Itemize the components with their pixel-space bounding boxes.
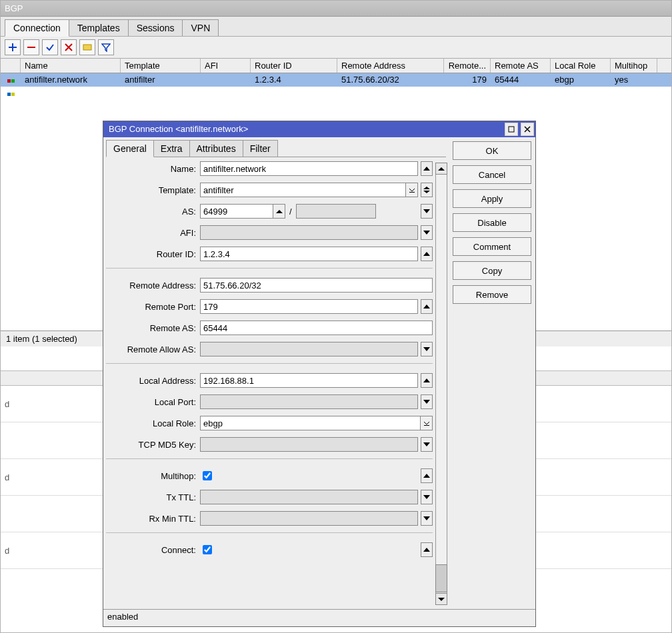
label-tx-ttl: Tx TTL: [106, 492, 196, 502]
dialog-form: Name: Template: AS: [106, 161, 446, 557]
remote-port-field[interactable] [200, 299, 418, 314]
label-template: Template: [106, 185, 196, 195]
remove-button[interactable]: Remove [453, 285, 531, 304]
remove-button[interactable] [23, 39, 39, 55]
local-address-field[interactable] [200, 373, 418, 388]
close-icon[interactable] [521, 123, 534, 136]
cell-name: antifilter.network [21, 73, 121, 87]
expand-icon[interactable] [421, 490, 433, 504]
svg-rect-6 [424, 425, 429, 426]
tcp-md5-key-field[interactable] [200, 437, 418, 452]
grid-header-flags[interactable] [1, 59, 21, 73]
label-local-role: Local Role: [106, 418, 196, 428]
dialog-status: enabled [103, 609, 535, 625]
label-connect: Connect: [106, 545, 196, 555]
collapse-icon[interactable] [421, 542, 433, 557]
table-row[interactable]: antifilter.network antifilter 1.2.3.4 51… [1, 73, 671, 87]
multihop-checkbox[interactable] [203, 471, 212, 480]
column-router-id[interactable]: Router ID [251, 59, 337, 73]
expand-icon[interactable] [421, 204, 433, 219]
column-afi[interactable]: AFI [201, 59, 251, 73]
dialog-tab-extra[interactable]: Extra [153, 140, 190, 157]
restore-icon[interactable] [505, 123, 518, 136]
row-icon [1, 73, 21, 87]
template-field[interactable] [200, 183, 406, 197]
label-remote-address: Remote Address: [106, 281, 196, 291]
local-role-field[interactable] [200, 416, 421, 430]
window-title: BGP [5, 3, 23, 13]
rx-min-ttl-field[interactable] [200, 511, 418, 526]
form-scrollbar[interactable] [435, 163, 447, 605]
label-multihop: Multihop: [106, 471, 196, 481]
router-id-field[interactable] [200, 247, 418, 261]
dialog-tab-attributes[interactable]: Attributes [189, 140, 243, 157]
expand-icon[interactable] [421, 225, 433, 240]
remote-as-field[interactable] [200, 320, 433, 335]
column-multihop[interactable]: Multihop [611, 59, 657, 73]
dialog-title: BGP Connection <antifilter.network> [109, 121, 248, 137]
dropdown-icon[interactable] [406, 183, 418, 197]
expand-icon[interactable] [421, 342, 433, 356]
disable-button[interactable]: Disable [453, 213, 531, 232]
column-template[interactable]: Template [121, 59, 201, 73]
updown-icon[interactable] [421, 183, 433, 197]
dropdown-icon[interactable] [421, 416, 433, 430]
disable-button[interactable] [61, 39, 77, 55]
expand-icon[interactable] [421, 437, 433, 452]
svg-rect-4 [509, 127, 514, 132]
column-remote-port[interactable]: Remote... [444, 59, 491, 73]
column-local-role[interactable]: Local Role [551, 59, 611, 73]
separator [106, 363, 433, 364]
separator [106, 532, 433, 533]
column-remote-address[interactable]: Remote Address [337, 59, 444, 73]
expand-icon[interactable] [421, 394, 433, 409]
tab-sessions[interactable]: Sessions [128, 19, 183, 36]
comment-button[interactable]: Comment [453, 237, 531, 256]
collapse-section-icon[interactable] [421, 161, 433, 176]
label-rx-min-ttl: Rx Min TTL: [106, 514, 196, 524]
afi-field[interactable] [200, 225, 418, 240]
column-remote-as[interactable]: Remote AS [491, 59, 551, 73]
dialog-tab-general[interactable]: General [106, 140, 154, 157]
local-port-field[interactable] [200, 394, 418, 409]
enable-button[interactable] [42, 39, 58, 55]
dialog-tab-filter[interactable]: Filter [243, 140, 278, 157]
spinner-up-icon[interactable] [273, 204, 285, 219]
collapse-icon[interactable] [421, 247, 433, 261]
collapse-icon[interactable] [421, 373, 433, 388]
scroll-thumb[interactable] [435, 564, 447, 592]
comment-button[interactable] [79, 39, 95, 55]
cell-remote-address: 51.75.66.20/32 [337, 73, 444, 87]
apply-button[interactable]: Apply [453, 189, 531, 208]
bgp-connection-dialog: BGP Connection <antifilter.network> Gene… [103, 121, 536, 627]
as-suffix-field[interactable] [296, 204, 376, 219]
dialog-titlebar[interactable]: BGP Connection <antifilter.network> [103, 121, 535, 137]
label-as: AS: [106, 207, 196, 217]
cancel-button[interactable]: Cancel [453, 165, 531, 184]
tab-vpn[interactable]: VPN [182, 19, 219, 36]
dialog-tabs: General Extra Attributes Filter [106, 140, 446, 157]
remote-allow-as-field[interactable] [200, 342, 418, 356]
name-field[interactable] [200, 161, 418, 176]
filter-button[interactable] [98, 39, 114, 55]
tab-connection[interactable]: Connection [5, 19, 69, 37]
collapse-icon[interactable] [421, 299, 433, 314]
tx-ttl-field[interactable] [200, 490, 418, 504]
label-router-id: Router ID: [106, 249, 196, 259]
label-local-address: Local Address: [106, 376, 196, 386]
scroll-down-icon[interactable] [435, 593, 447, 605]
as-field[interactable] [200, 204, 273, 219]
expand-icon[interactable] [421, 511, 433, 526]
copy-button[interactable]: Copy [453, 261, 531, 280]
add-button[interactable] [5, 39, 21, 55]
cell-remote-as: 65444 [491, 73, 551, 87]
tab-templates[interactable]: Templates [69, 19, 129, 36]
scroll-up-icon[interactable] [435, 163, 447, 175]
svg-rect-2 [27, 47, 35, 48]
connect-checkbox[interactable] [203, 545, 212, 554]
ok-button[interactable]: OK [453, 141, 531, 160]
collapse-icon[interactable] [421, 468, 433, 483]
remote-address-field[interactable] [200, 278, 433, 293]
column-name[interactable]: Name [21, 59, 121, 73]
window-titlebar: BGP [1, 1, 671, 17]
